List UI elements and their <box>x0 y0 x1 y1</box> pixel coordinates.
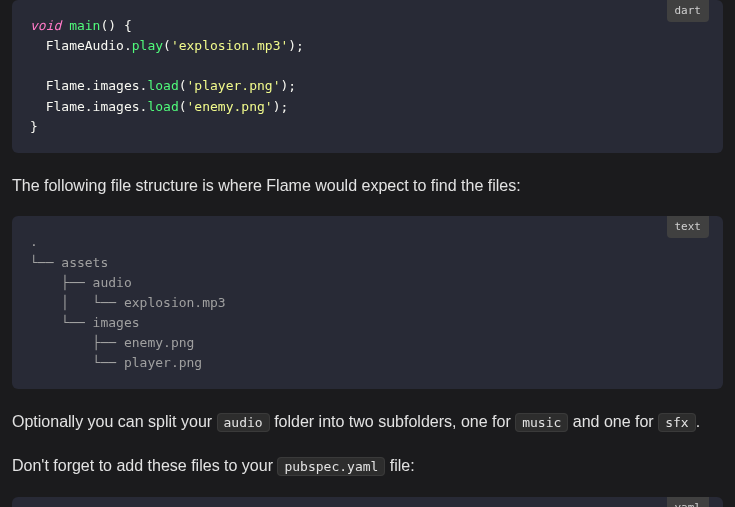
code-token <box>61 18 69 33</box>
code-token: FlameAudio. <box>30 38 132 53</box>
code-token: Flame.images. <box>30 78 147 93</box>
code-token: play <box>132 38 163 53</box>
paragraph-file-structure-intro: The following file structure is where Fl… <box>12 173 723 199</box>
paragraph-audio-split: Optionally you can split your audio fold… <box>12 409 723 435</box>
code-token: ); <box>280 78 296 93</box>
code-token: load <box>147 78 178 93</box>
text: file: <box>385 457 414 474</box>
code-block-yaml: yaml flutter: assets: - assets/audio/exp… <box>12 497 723 507</box>
inline-code-sfx: sfx <box>658 413 695 432</box>
inline-code-audio: audio <box>217 413 270 432</box>
code-token: main <box>69 18 100 33</box>
code-token: 'enemy.png' <box>187 99 273 114</box>
text: and one for <box>568 413 658 430</box>
lang-tag: text <box>667 216 710 238</box>
code-block-dart: dart void main() { FlameAudio.play('expl… <box>12 0 723 153</box>
tree-line: └── assets <box>30 255 108 270</box>
code-token: ( <box>179 78 187 93</box>
code-token: } <box>30 119 38 134</box>
tree-line: . <box>30 234 38 249</box>
code-token: () { <box>100 18 131 33</box>
inline-code-music: music <box>515 413 568 432</box>
paragraph-pubspec-note: Don't forget to add these files to your … <box>12 453 723 479</box>
code-block-tree: text . └── assets ├── audio │ └── explos… <box>12 216 723 389</box>
lang-tag: dart <box>667 0 710 22</box>
text: Optionally you can split your <box>12 413 217 430</box>
tree-line: ├── enemy.png <box>30 335 194 350</box>
code-token: load <box>147 99 178 114</box>
code-content: . └── assets ├── audio │ └── explosion.m… <box>12 216 723 389</box>
code-token: 'player.png' <box>187 78 281 93</box>
code-token: ( <box>163 38 171 53</box>
tree-line: ├── audio <box>30 275 132 290</box>
code-token: ( <box>179 99 187 114</box>
tree-line: │ └── explosion.mp3 <box>30 295 226 310</box>
inline-code-pubspec: pubspec.yaml <box>277 457 385 476</box>
tree-line: └── player.png <box>30 355 202 370</box>
text: folder into two subfolders, one for <box>270 413 515 430</box>
code-token: ); <box>273 99 289 114</box>
code-content: void main() { FlameAudio.play('explosion… <box>12 0 723 153</box>
text: . <box>696 413 700 430</box>
tree-line: └── images <box>30 315 140 330</box>
text: Don't forget to add these files to your <box>12 457 277 474</box>
code-token: void <box>30 18 61 33</box>
code-token: ); <box>288 38 304 53</box>
code-token: 'explosion.mp3' <box>171 38 288 53</box>
code-content: flutter: assets: - assets/audio/explosio… <box>12 497 723 507</box>
code-token: Flame.images. <box>30 99 147 114</box>
lang-tag: yaml <box>667 497 710 507</box>
